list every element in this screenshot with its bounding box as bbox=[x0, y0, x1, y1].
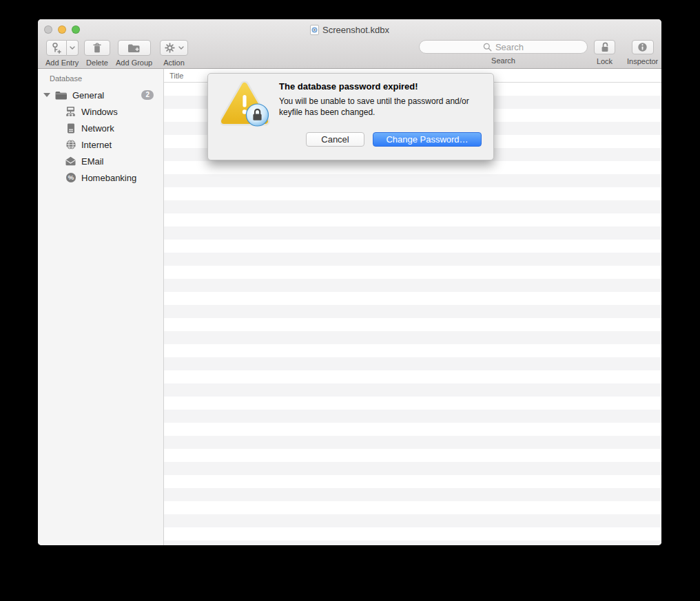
table-row bbox=[164, 501, 661, 514]
trash-icon bbox=[93, 43, 101, 53]
action-tool: Action bbox=[160, 40, 188, 67]
sidebar-item-windows[interactable]: Windows bbox=[38, 103, 163, 120]
table-row bbox=[164, 344, 661, 357]
folder-plus-icon bbox=[127, 43, 141, 53]
table-row bbox=[164, 357, 661, 370]
table-row bbox=[164, 488, 661, 501]
table-row bbox=[164, 266, 661, 279]
key-plus-icon bbox=[51, 42, 61, 54]
inspector-tool: Inspector bbox=[627, 40, 658, 65]
dialog-title: The database password expired! bbox=[279, 81, 418, 92]
warning-lock-icon bbox=[220, 81, 270, 127]
globe-icon bbox=[65, 139, 76, 150]
table-row bbox=[164, 305, 661, 318]
table-row bbox=[164, 462, 661, 475]
envelope-icon bbox=[65, 156, 76, 166]
add-entry-button[interactable] bbox=[46, 40, 67, 56]
table-row bbox=[164, 253, 661, 266]
table-row bbox=[164, 383, 661, 397]
sidebar-item-label: General bbox=[72, 90, 104, 101]
column-header-title[interactable]: Title bbox=[169, 72, 183, 80]
table-row bbox=[164, 213, 661, 226]
table-row bbox=[164, 200, 661, 213]
window-title-bar: Screenshot.kdbx bbox=[38, 25, 661, 35]
document-proxy-icon bbox=[310, 25, 319, 35]
table-row bbox=[164, 187, 661, 200]
table-row bbox=[164, 240, 661, 253]
sidebar-section-header: Database bbox=[50, 74, 82, 83]
lock-button[interactable] bbox=[594, 40, 615, 54]
table-row bbox=[164, 540, 661, 545]
delete-label: Delete bbox=[86, 59, 108, 67]
inspector-label: Inspector bbox=[627, 57, 658, 65]
entry-count-badge: 2 bbox=[141, 90, 154, 100]
search-icon bbox=[483, 43, 492, 52]
sidebar-item-label: Internet bbox=[81, 140, 112, 150]
action-label: Action bbox=[163, 59, 185, 67]
search-placeholder: Search bbox=[495, 42, 524, 52]
table-row bbox=[164, 331, 661, 344]
inspector-button[interactable] bbox=[632, 40, 654, 54]
sidebar-item-label: Network bbox=[81, 123, 114, 134]
disclosure-triangle-icon[interactable] bbox=[43, 93, 50, 97]
sidebar-item-label: Windows bbox=[81, 107, 118, 117]
sidebar-item-internet[interactable]: Internet bbox=[38, 136, 163, 153]
chevron-down-icon bbox=[178, 46, 184, 50]
search-tool: Search Search bbox=[419, 40, 588, 65]
lock-tool: Lock bbox=[594, 40, 615, 65]
window-title: Screenshot.kdbx bbox=[322, 25, 389, 35]
table-row bbox=[164, 161, 661, 174]
delete-tool: Delete bbox=[84, 40, 110, 67]
sidebar-item-network[interactable]: Network bbox=[38, 120, 163, 136]
lock-label: Lock bbox=[597, 57, 612, 65]
desktop: Screenshot.kdbx Add Entry bbox=[0, 0, 700, 601]
add-group-button[interactable] bbox=[118, 40, 151, 56]
folder-icon bbox=[55, 91, 68, 100]
change-password-button[interactable]: Change Password… bbox=[373, 132, 482, 147]
table-row bbox=[164, 174, 661, 187]
cancel-button[interactable]: Cancel bbox=[306, 132, 364, 147]
sidebar-items: WindowsNetworkInternetEMail%Homebanking bbox=[38, 103, 163, 186]
search-label: Search bbox=[491, 56, 515, 65]
table-row bbox=[164, 514, 661, 527]
dialog-message: You will be unable to save until the pas… bbox=[279, 96, 487, 118]
table-row bbox=[164, 449, 661, 462]
sidebar-item-general[interactable]: General 2 bbox=[38, 87, 163, 103]
table-row bbox=[164, 527, 661, 540]
sidebar-item-label: EMail bbox=[81, 156, 104, 167]
info-icon bbox=[637, 42, 648, 52]
sidebar-item-email[interactable]: EMail bbox=[38, 153, 163, 169]
table-row bbox=[164, 436, 661, 449]
add-entry-label: Add Entry bbox=[45, 59, 79, 67]
add-entry-tool: Add Entry bbox=[45, 40, 79, 67]
percent-icon: % bbox=[65, 172, 76, 183]
add-entry-dropdown-button[interactable] bbox=[67, 40, 79, 56]
action-button[interactable] bbox=[160, 40, 188, 56]
server-icon bbox=[65, 123, 76, 134]
password-expired-dialog: The database password expired! You will … bbox=[207, 73, 494, 160]
table-row bbox=[164, 475, 661, 488]
macpass-window: Screenshot.kdbx Add Entry bbox=[38, 19, 661, 545]
table-row bbox=[164, 410, 661, 423]
table-row bbox=[164, 292, 661, 305]
table-row bbox=[164, 226, 661, 240]
chevron-down-icon bbox=[70, 46, 75, 50]
add-group-tool: Add Group bbox=[116, 40, 152, 67]
search-input[interactable]: Search bbox=[419, 40, 588, 54]
sidebar: Database General 2 WindowsNetworkInterne… bbox=[38, 69, 164, 545]
delete-button[interactable] bbox=[84, 40, 110, 56]
sidebar-item-label: Homebanking bbox=[81, 173, 136, 183]
svg-text:%: % bbox=[68, 173, 74, 181]
title-toolbar: Screenshot.kdbx Add Entry bbox=[38, 19, 661, 69]
table-row bbox=[164, 318, 661, 331]
add-group-label: Add Group bbox=[116, 59, 152, 67]
sidebar-item-homebanking[interactable]: %Homebanking bbox=[38, 169, 163, 186]
table-row bbox=[164, 279, 661, 292]
table-row bbox=[164, 370, 661, 383]
gear-icon bbox=[165, 43, 175, 53]
windows-network-icon bbox=[65, 106, 76, 117]
table-row bbox=[164, 397, 661, 410]
lock-open-icon bbox=[600, 42, 610, 52]
table-row bbox=[164, 423, 661, 436]
